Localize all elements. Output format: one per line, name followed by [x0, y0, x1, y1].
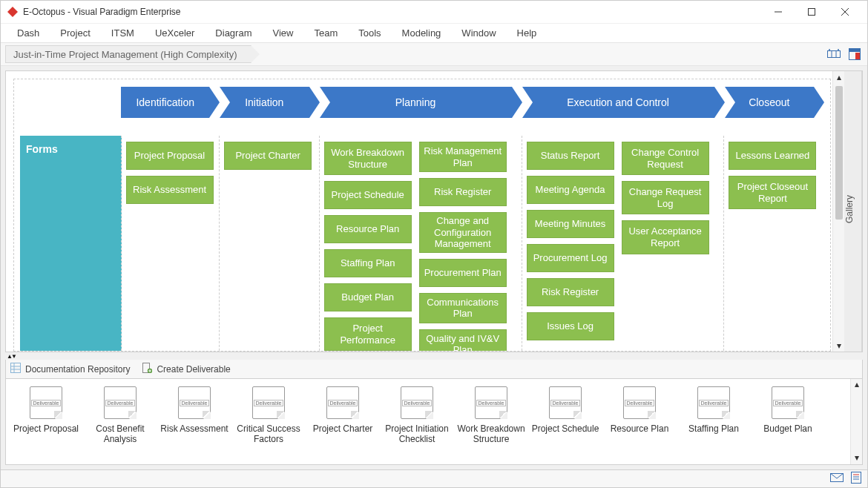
form-card[interactable]: User Acceptance Report: [622, 220, 709, 254]
menu-team[interactable]: Team: [303, 24, 348, 42]
phase-header-planning[interactable]: Planning: [320, 87, 512, 118]
menu-project[interactable]: Project: [50, 24, 100, 42]
panel-tool-icon[interactable]: [846, 46, 863, 62]
form-card[interactable]: Meeting Agenda: [527, 176, 614, 204]
form-card[interactable]: Procurement Plan: [419, 259, 507, 287]
deliverable-item[interactable]: DeliverableResource Plan: [602, 386, 677, 434]
deliverable-label: Risk Assessment: [160, 423, 228, 434]
form-card[interactable]: Project Schedule: [324, 181, 412, 209]
form-card[interactable]: Change and Configuration Management: [419, 212, 507, 253]
form-card[interactable]: Resource Plan: [324, 215, 412, 243]
menu-help[interactable]: Help: [507, 24, 548, 42]
deliverable-item[interactable]: DeliverableCritical Success Factors: [231, 386, 306, 445]
form-card[interactable]: Change Request Log: [622, 181, 709, 214]
menu-tools[interactable]: Tools: [348, 24, 391, 42]
phase-body-closeout: Lessons LearnedProject Closeout Report: [724, 136, 824, 352]
deliverable-item[interactable]: DeliverableProject Proposal: [9, 386, 83, 434]
window-controls: [761, 1, 861, 22]
deliverable-item[interactable]: DeliverableWork Breakdown Structure: [454, 386, 528, 445]
deliverable-label: Critical Success Factors: [231, 423, 306, 445]
deliverable-item[interactable]: DeliverableBudget Plan: [751, 386, 825, 434]
vertical-scrollbar[interactable]: ▴ ▾: [832, 71, 844, 352]
splitter[interactable]: ▲▼: [5, 352, 863, 360]
form-card[interactable]: Status Report: [527, 142, 614, 170]
note-icon[interactable]: [851, 472, 861, 486]
window-title: E-Octopus - Visual Paradigm Enterprise: [23, 7, 761, 17]
menu-modeling[interactable]: Modeling: [392, 24, 452, 42]
form-card[interactable]: Staffing Plan: [324, 249, 412, 277]
form-card[interactable]: Meeting Minutes: [527, 210, 614, 238]
breadcrumb-label: Just-in-Time Project Management (High Co…: [13, 49, 237, 60]
maximize-button[interactable]: [795, 1, 828, 22]
form-card[interactable]: Communications Plan: [419, 293, 507, 323]
scroll-thumb[interactable]: [835, 86, 843, 220]
deliverable-label: Project Proposal: [13, 423, 79, 434]
document-icon: Deliverable: [475, 386, 507, 419]
deliverable-item[interactable]: DeliverableRisk Assessment: [157, 386, 231, 434]
breadcrumb[interactable]: Just-in-Time Project Management (High Co…: [5, 45, 251, 63]
deliverable-item[interactable]: DeliverableStaffing Plan: [677, 386, 751, 434]
documentation-repository-button[interactable]: Documentation Repository: [10, 363, 130, 375]
menu-itsm[interactable]: ITSM: [101, 24, 145, 42]
deliverable-item[interactable]: DeliverableProject Schedule: [528, 386, 602, 434]
deliverable-label: Budget Plan: [763, 423, 812, 434]
menubar: DashProjectITSMUeXcelerDiagramViewTeamTo…: [1, 23, 867, 42]
deliverable-item[interactable]: DeliverableProject Initiation Checklist: [380, 386, 454, 445]
titlebar: E-Octopus - Visual Paradigm Enterprise: [1, 1, 867, 23]
form-card[interactable]: Project Proposal: [126, 142, 214, 170]
form-card[interactable]: Risk Register: [419, 178, 507, 206]
menu-uexceler[interactable]: UeXceler: [145, 24, 205, 42]
deliverable-item[interactable]: DeliverableCost Benefit Analysis: [83, 386, 157, 445]
scroll-down-icon[interactable]: ▾: [855, 452, 859, 464]
deliverable-item[interactable]: DeliverableProject Charter: [306, 386, 380, 434]
form-card[interactable]: Quality and IV&V Plan: [419, 329, 507, 352]
form-card[interactable]: Project Charter: [224, 142, 312, 170]
minimize-button[interactable]: [761, 1, 795, 22]
menu-diagram[interactable]: Diagram: [205, 24, 262, 42]
row-label-forms[interactable]: Forms: [20, 136, 122, 352]
scroll-up-icon[interactable]: ▴: [855, 379, 859, 391]
document-icon: Deliverable: [326, 386, 359, 419]
form-card[interactable]: Procurement Log: [527, 244, 614, 272]
phase-header-initiation[interactable]: Initiation: [220, 87, 309, 118]
form-card[interactable]: Project Closeout Report: [729, 176, 816, 209]
form-card[interactable]: Issues Log: [527, 312, 614, 340]
gallery-tab[interactable]: Gallery: [844, 71, 862, 352]
deliverable-label: Cost Benefit Analysis: [83, 423, 157, 445]
new-document-icon: [142, 363, 152, 375]
deliverables-scrollbar[interactable]: ▴ ▾: [850, 379, 862, 464]
document-icon: Deliverable: [549, 386, 582, 419]
phase-header-identification[interactable]: Identification: [121, 87, 209, 118]
phase-header-execution[interactable]: Execution and Control: [522, 87, 714, 118]
form-card[interactable]: Risk Assessment: [126, 176, 214, 204]
layout-tool-icon[interactable]: [826, 46, 842, 62]
forms-row: FormsProject ProposalRisk AssessmentProj…: [20, 136, 824, 352]
form-card[interactable]: Lessons Learned: [729, 142, 816, 170]
form-card[interactable]: Work Breakdown Structure: [324, 142, 412, 175]
close-button[interactable]: [828, 1, 861, 22]
document-icon: Deliverable: [30, 386, 62, 419]
menu-dash[interactable]: Dash: [7, 24, 50, 42]
form-card[interactable]: Project Performance: [324, 317, 412, 351]
create-deliverable-label: Create Deliverable: [157, 364, 230, 375]
scroll-up-icon[interactable]: ▴: [833, 71, 844, 83]
svg-rect-5: [828, 51, 841, 58]
form-card[interactable]: Change Control Request: [622, 142, 709, 175]
form-card[interactable]: Risk Management Plan: [419, 142, 507, 172]
phase-body-initiation: Project Charter: [220, 136, 320, 352]
scroll-down-icon[interactable]: ▾: [833, 340, 844, 352]
phase-header-row: IdentificationInitiationPlanningExecutio…: [20, 87, 824, 118]
phase-header-closeout[interactable]: Closeout: [725, 87, 815, 118]
menu-window[interactable]: Window: [451, 24, 506, 42]
diagram-canvas[interactable]: IdentificationInitiationPlanningExecutio…: [13, 79, 831, 352]
mail-icon[interactable]: [830, 473, 844, 484]
form-card[interactable]: Budget Plan: [324, 283, 412, 311]
app-logo-icon: [7, 6, 19, 18]
svg-rect-22: [852, 472, 861, 484]
create-deliverable-button[interactable]: Create Deliverable: [142, 363, 230, 375]
menu-view[interactable]: View: [262, 24, 303, 42]
form-card[interactable]: Risk Register: [527, 278, 614, 306]
splitter-handle-icon: ▲▼: [7, 353, 16, 360]
document-icon: Deliverable: [772, 386, 804, 419]
deliverables-list: DeliverableProject ProposalDeliverableCo…: [6, 379, 850, 464]
